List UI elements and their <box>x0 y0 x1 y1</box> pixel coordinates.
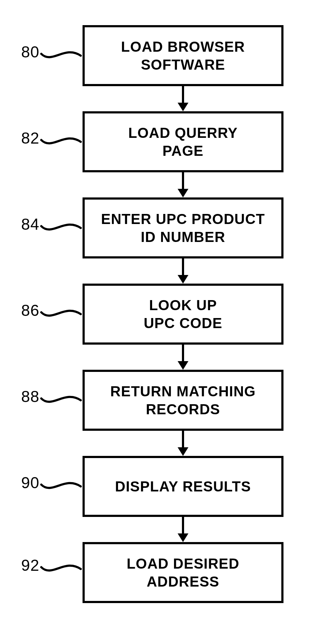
step-text-line2: PAGE <box>163 143 203 159</box>
step-text-line2: RECORDS <box>146 401 220 417</box>
step-text-line2: UPC CODE <box>144 315 222 331</box>
step-label-86: 86 <box>14 302 39 319</box>
step-text-line1: RETURN MATCHING <box>110 383 255 399</box>
step-box-84: ENTER UPC PRODUCT ID NUMBER <box>83 197 283 258</box>
step-text-line1: LOOK UP <box>149 297 217 313</box>
arrow-down <box>178 345 188 370</box>
step-text-line2: ADDRESS <box>147 574 220 589</box>
step-box-80: LOAD BROWSER SOFTWARE <box>83 25 283 86</box>
connector-squiggle <box>39 305 83 323</box>
flowchart-canvas: 80 LOAD BROWSER SOFTWARE 82 LOAD QUERRY … <box>0 0 333 644</box>
connector-squiggle <box>39 47 83 65</box>
step-box-82: LOAD QUERRY PAGE <box>83 111 283 172</box>
step-label-text: 84 <box>21 215 39 233</box>
connector-squiggle <box>39 219 83 237</box>
step-text-line1: ENTER UPC PRODUCT <box>101 211 265 227</box>
step-text-line1: LOAD BROWSER <box>121 39 245 55</box>
step-label-88: 88 <box>14 388 39 406</box>
step-label-text: 80 <box>21 43 39 61</box>
arrow-down <box>178 431 188 456</box>
step-label-text: 88 <box>21 388 39 405</box>
step-box-88: RETURN MATCHING RECORDS <box>83 370 283 431</box>
step-label-92: 92 <box>14 556 39 574</box>
step-label-82: 82 <box>14 129 39 147</box>
connector-squiggle <box>39 391 83 409</box>
step-label-84: 84 <box>14 215 39 233</box>
arrow-down <box>178 517 188 542</box>
step-box-86: LOOK UP UPC CODE <box>83 284 283 345</box>
step-label-90: 90 <box>14 474 39 492</box>
step-text-line1: LOAD DESIRED <box>127 556 239 571</box>
step-text-line2: SOFTWARE <box>141 57 225 73</box>
connector-squiggle <box>39 133 83 151</box>
arrow-down <box>178 258 188 284</box>
arrow-down <box>178 86 188 111</box>
step-box-92: LOAD DESIRED ADDRESS <box>83 542 283 603</box>
step-label-text: 82 <box>21 129 39 147</box>
step-text-line2: ID NUMBER <box>141 229 225 245</box>
step-label-80: 80 <box>14 43 39 61</box>
step-text-line1: LOAD QUERRY <box>128 125 238 141</box>
step-box-90: DISPLAY RESULTS <box>83 456 283 517</box>
connector-squiggle <box>39 477 83 495</box>
step-label-text: 86 <box>21 302 39 319</box>
step-label-text: 92 <box>21 556 39 574</box>
connector-squiggle <box>39 560 83 578</box>
step-label-text: 90 <box>21 474 39 491</box>
arrow-down <box>178 172 188 197</box>
step-text-line1: DISPLAY RESULTS <box>115 479 251 494</box>
